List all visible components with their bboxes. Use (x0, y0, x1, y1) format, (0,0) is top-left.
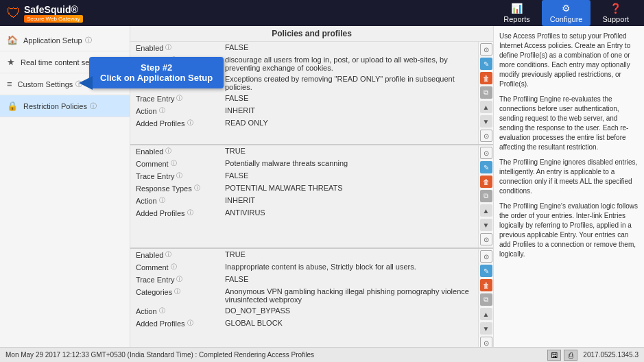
entry-3-down-btn[interactable]: ▼ (480, 322, 492, 335)
entry-1-settings-btn[interactable]: ⊙ (480, 43, 492, 56)
field-label-action-1: Action ⓘ (136, 106, 225, 115)
comment-2-info: ⓘ (171, 159, 177, 168)
status-icon-btn-2[interactable]: ⎙ (564, 350, 577, 361)
entry-1-edit-btn[interactable]: ✎ (480, 58, 492, 70)
status-icon-btn-1[interactable]: 🖫 (547, 350, 561, 361)
status-icons: 🖫 ⎙ (547, 350, 577, 361)
entry-1-settings2-btn[interactable]: ⊙ (480, 130, 492, 142)
field-value-trace-2: FALSE (225, 171, 473, 180)
status-right: 🖫 ⎙ 2017.0525.1345.3 (547, 350, 639, 361)
app-container: 🛡 SafeSquid® Secure Web Gateway 📊 Report… (0, 0, 644, 362)
entry-2-edit-btn[interactable]: ✎ (480, 161, 492, 173)
policy-entry-2: Enabled ⓘ TRUE Comment ⓘ Potentially mal… (130, 145, 493, 249)
entry-2-down-btn[interactable]: ▼ (480, 219, 492, 231)
sidebar-item-restriction[interactable]: 🔒 Restriction Policies ⓘ (0, 95, 130, 117)
app-setup-icon: 🏠 (7, 35, 18, 45)
field-label-profiles-3: Added Profiles ⓘ (136, 319, 225, 328)
field-value-action-2: INHERIT (225, 196, 473, 204)
header: 🛡 SafeSquid® Secure Web Gateway 📊 Report… (0, 0, 644, 26)
field-label-response-2: Response Types ⓘ (136, 184, 225, 193)
right-panel-p4: The Profiling Engine's evaluation logic … (499, 202, 639, 259)
status-bar: Mon May 29 2017 12:12:33 GMT+0530 (India… (0, 347, 644, 362)
field-value-profiles-1: READ ONLY (225, 119, 473, 127)
entry-2-up-btn[interactable]: ▲ (480, 204, 492, 217)
entry-2-row-response: Response Types ⓘ POTENTIAL MALWARE THREA… (130, 182, 478, 195)
entry-2-row-profiles: Added Profiles ⓘ ANTIVIRUS (130, 207, 478, 219)
entry-1-row-trace: Trace Entry ⓘ FALSE (130, 93, 478, 105)
entry-2-row-trace: Trace Entry ⓘ FALSE (130, 170, 478, 182)
entry-2-controls: ⊙ ✎ 🗑 ⧉ ▲ ▼ ⊙ (478, 145, 493, 248)
panel-header: Policies and profiles (130, 26, 493, 42)
entry-3-row-trace: Trace Entry ⓘ FALSE (130, 274, 478, 286)
field-value-action-1: INHERIT (225, 106, 473, 114)
entry-2-settings2-btn[interactable]: ⊙ (480, 233, 492, 245)
field-value-note-1: Exceptions created by removing "READ ONL… (225, 75, 473, 91)
entry-2-settings-btn[interactable]: ⊙ (480, 147, 492, 159)
field-label-trace-2: Trace Entry ⓘ (136, 171, 225, 180)
field-label-categories-3: Categories ⓘ (136, 287, 225, 296)
profiles-2-info: ⓘ (187, 208, 193, 217)
entry-1-up-btn[interactable]: ▲ (480, 101, 492, 113)
entry-3-settings-btn[interactable]: ⊙ (480, 250, 492, 263)
header-nav: 📊 Reports ⚙ Configure ❓ Support (495, 0, 637, 26)
entry-1-delete-btn[interactable]: 🗑 (480, 72, 492, 84)
entry-1-copy-btn[interactable]: ⧉ (480, 86, 492, 99)
step-arrow-icon (72, 73, 93, 93)
sidebar-item-app-setup[interactable]: 🏠 Application Setup ⓘ (0, 29, 130, 51)
entry-1-down-btn[interactable]: ▼ (480, 115, 492, 128)
step-line2: Click on Application Setup (100, 73, 213, 83)
field-value-profiles-3: GLOBAL BLOCK (225, 319, 473, 327)
field-value-trace-3: FALSE (225, 275, 473, 283)
logo-name: SafeSquid® (24, 4, 83, 15)
nav-support[interactable]: ❓ Support (594, 0, 637, 26)
entry-3-row-comment: Comment ⓘ Inappropriate content is abuse… (130, 261, 478, 274)
entry-3-row-profiles: Added Profiles ⓘ GLOBAL BLOCK (130, 317, 478, 330)
right-panel-p3: The Profiling Engine ignores disabled en… (499, 158, 639, 196)
status-version: 2017.0525.1345.3 (583, 351, 639, 359)
field-value-enabled-2: TRUE (225, 147, 473, 155)
logo-text: SafeSquid® Secure Web Gateway (24, 4, 83, 23)
nav-reports-label: Reports (503, 15, 530, 23)
field-value-comment-3: Inappropriate content is abuse, Strictly… (225, 263, 473, 271)
field-value-comment-1: discourage all users from log in, post, … (225, 56, 473, 72)
field-label-action-2: Action ⓘ (136, 196, 225, 205)
field-value-comment-2: Potentially malware threats scanning (225, 159, 473, 167)
field-label-enabled-3: Enabled ⓘ (136, 250, 225, 259)
nav-configure-label: Configure (550, 15, 583, 23)
entry-2-fields: Enabled ⓘ TRUE Comment ⓘ Potentially mal… (130, 145, 478, 248)
response-2-info: ⓘ (194, 184, 200, 193)
right-panel-p1: Use Access Profiles to setup your Profil… (499, 32, 639, 89)
field-label-action-3: Action ⓘ (136, 306, 225, 315)
profiles-1-info: ⓘ (187, 119, 193, 128)
nav-configure[interactable]: ⚙ Configure (542, 0, 591, 26)
right-panel: Use Access Profiles to setup your Profil… (493, 26, 644, 347)
entry-3-delete-btn[interactable]: 🗑 (480, 279, 492, 291)
entry-3-row-enabled: Enabled ⓘ TRUE (130, 249, 478, 261)
entry-3-copy-btn[interactable]: ⧉ (480, 293, 492, 306)
trace-1-info: ⓘ (176, 94, 182, 103)
entry-3-settings2-btn[interactable]: ⊙ (480, 337, 492, 347)
field-label-comment-2: Comment ⓘ (136, 159, 225, 168)
nav-reports[interactable]: 📊 Reports (495, 0, 538, 26)
entry-3-row-categories: Categories ⓘ Anonymous VPN gambling hack… (130, 286, 478, 305)
entry-3-controls: ⊙ ✎ 🗑 ⧉ ▲ ▼ ⊙ (478, 249, 493, 347)
svg-marker-0 (79, 76, 93, 90)
field-value-profiles-2: ANTIVIRUS (225, 208, 473, 217)
entry-3-up-btn[interactable]: ▲ (480, 308, 492, 320)
field-value-enabled-3: TRUE (225, 250, 473, 258)
action-1-info: ⓘ (159, 106, 165, 115)
shield-icon: 🛡 (7, 5, 21, 21)
field-label-profiles-2: Added Profiles ⓘ (136, 208, 225, 217)
entry-2-delete-btn[interactable]: 🗑 (480, 176, 492, 188)
profiles-3-info: ⓘ (187, 319, 193, 328)
action-3-info: ⓘ (159, 306, 165, 315)
entry-3-fields: Enabled ⓘ TRUE Comment ⓘ Inappropriate c… (130, 249, 478, 347)
field-value-categories-3: Anonymous VPN gambling hacking illegal p… (225, 287, 473, 304)
right-panel-p2: The Profiling Engine re-evaluates the co… (499, 95, 639, 152)
action-2-info: ⓘ (159, 196, 165, 205)
entry-2-copy-btn[interactable]: ⧉ (480, 190, 492, 202)
field-value-enabled-1: FALSE (225, 43, 473, 51)
enabled-2-info: ⓘ (165, 147, 171, 156)
entry-3-edit-btn[interactable]: ✎ (480, 265, 492, 277)
custom-icon: ≡ (7, 79, 12, 89)
